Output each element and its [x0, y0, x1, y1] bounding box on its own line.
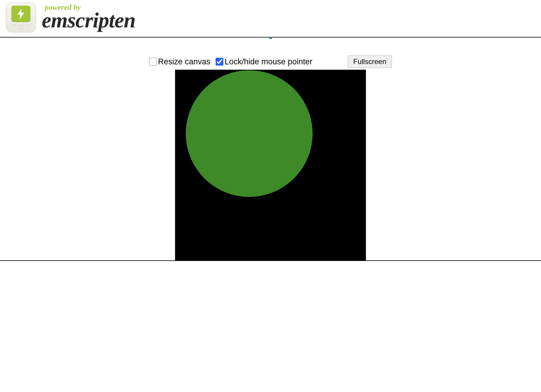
resize-canvas-text: Resize canvas — [158, 57, 211, 66]
resize-canvas-label[interactable]: Resize canvas — [149, 57, 211, 66]
lock-pointer-label[interactable]: Lock/hide mouse pointer — [216, 57, 312, 66]
lock-pointer-text: Lock/hide mouse pointer — [225, 57, 312, 66]
logo-text: powered by emscripten — [42, 4, 135, 31]
emscripten-logo-icon — [6, 2, 36, 32]
logo-keyboard-dots — [11, 24, 30, 29]
green-circle — [186, 70, 313, 197]
spinner-placeholder — [0, 35, 541, 37]
emscripten-logo-link[interactable] — [6, 2, 36, 32]
resize-canvas-checkbox[interactable] — [149, 58, 157, 66]
canvas[interactable] — [175, 70, 366, 260]
lightning-bolt-icon — [17, 9, 25, 19]
lock-pointer-checkbox[interactable] — [216, 58, 223, 66]
controls-row: Resize canvas Lock/hide mouse pointer Fu… — [0, 38, 541, 70]
header: powered by emscripten — [0, 0, 541, 35]
fullscreen-button[interactable]: Fullscreen — [348, 55, 392, 68]
divider-bottom — [0, 260, 541, 261]
emscripten-title: emscripten — [42, 10, 135, 31]
logo-chip — [11, 6, 30, 22]
canvas-container — [0, 70, 541, 260]
